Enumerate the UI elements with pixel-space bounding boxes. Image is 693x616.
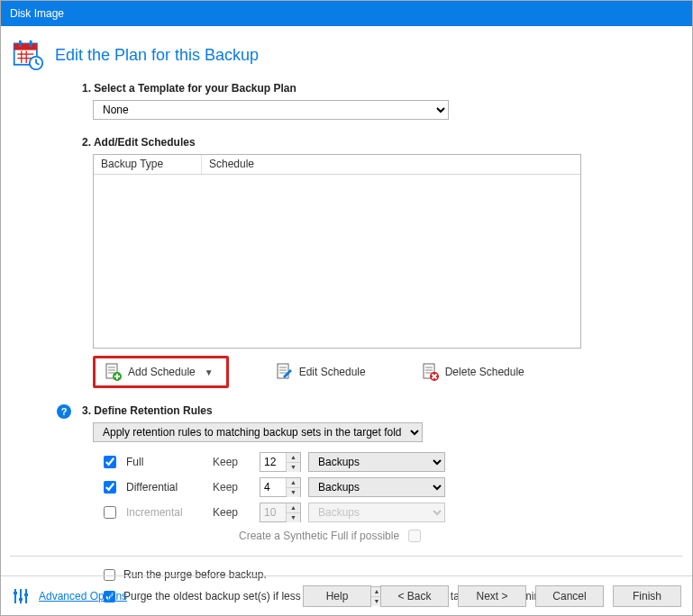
svg-rect-34 <box>24 593 28 596</box>
window-titlebar: Disk Image <box>1 1 692 26</box>
synthetic-checkbox <box>408 530 421 542</box>
incremental-unit-select: Backups <box>308 503 445 522</box>
chevron-down-icon: ▼ <box>205 367 214 377</box>
incremental-keep-label: Keep <box>213 506 252 519</box>
document-edit-icon <box>276 363 294 381</box>
divider <box>10 556 683 557</box>
full-count-spinner[interactable]: ▲▼ <box>260 452 301 472</box>
differential-checkbox[interactable] <box>104 481 116 494</box>
spin-up-icon[interactable]: ▲ <box>287 453 300 463</box>
svg-rect-3 <box>30 41 32 47</box>
differential-label: Differential <box>126 481 205 494</box>
sliders-icon <box>12 587 30 605</box>
spin-up-icon[interactable]: ▲ <box>287 478 300 488</box>
full-label: Full <box>126 456 205 468</box>
calendar-clock-icon <box>12 39 44 71</box>
cancel-button[interactable]: Cancel <box>535 585 604 607</box>
full-checkbox[interactable] <box>104 456 116 468</box>
window-title: Disk Image <box>10 7 64 20</box>
wizard-footer: Advanced Options Help < Back Next > Canc… <box>1 575 692 615</box>
svg-rect-1 <box>14 43 37 50</box>
full-count-input[interactable] <box>260 453 286 471</box>
page-title: Edit the Plan for this Backup <box>55 46 259 65</box>
add-schedule-button[interactable]: Add Schedule ▼ <box>93 356 229 388</box>
help-button[interactable]: Help <box>303 585 371 607</box>
differential-count-spinner[interactable]: ▲▼ <box>260 477 301 497</box>
full-unit-select[interactable]: Backups <box>308 452 445 472</box>
edit-schedule-button[interactable]: Edit Schedule <box>267 358 375 386</box>
column-backup-type[interactable]: Backup Type <box>94 155 202 174</box>
add-schedule-label: Add Schedule <box>128 366 196 378</box>
spin-down-icon: ▼ <box>287 513 300 522</box>
differential-unit-select[interactable]: Backups <box>308 477 445 497</box>
delete-schedule-button[interactable]: Delete Schedule <box>413 358 533 386</box>
page-header: Edit the Plan for this Backup <box>12 39 683 71</box>
differential-keep-label: Keep <box>213 481 252 494</box>
section2-label: 2. Add/Edit Schedules <box>82 136 683 149</box>
advanced-options-link[interactable]: Advanced Options <box>39 590 127 602</box>
incremental-count-input <box>260 503 286 521</box>
section1-label: 1. Select a Template for your Backup Pla… <box>82 82 683 95</box>
delete-schedule-label: Delete Schedule <box>445 366 524 378</box>
schedule-actions: Add Schedule ▼ Edit Schedule <box>93 356 683 388</box>
help-icon[interactable]: ? <box>57 404 71 419</box>
svg-rect-33 <box>19 598 23 601</box>
retention-row-differential: Differential Keep ▲▼ Backups <box>100 475 683 500</box>
incremental-checkbox[interactable] <box>104 506 116 519</box>
edit-schedule-label: Edit Schedule <box>299 366 366 378</box>
next-button[interactable]: Next > <box>458 585 526 607</box>
wizard-content: Edit the Plan for this Backup 1. Select … <box>1 26 692 607</box>
section3-label: ? 3. Define Retention Rules <box>82 404 683 417</box>
full-keep-label: Keep <box>213 456 252 468</box>
synthetic-label: Create a Synthetic Full if possible <box>239 530 399 542</box>
retention-row-incremental: Incremental Keep ▲▼ Backups <box>100 500 683 525</box>
synthetic-row: Create a Synthetic Full if possible <box>100 527 683 545</box>
column-schedule[interactable]: Schedule <box>202 155 580 174</box>
document-plus-icon <box>105 363 123 381</box>
table-header: Backup Type Schedule <box>94 155 580 175</box>
spin-down-icon[interactable]: ▼ <box>287 463 300 472</box>
svg-rect-32 <box>14 592 17 594</box>
document-delete-icon <box>422 363 440 381</box>
differential-count-input[interactable] <box>260 478 286 496</box>
schedule-table: Backup Type Schedule <box>93 154 581 349</box>
incremental-label: Incremental <box>126 506 205 519</box>
spin-down-icon[interactable]: ▼ <box>287 488 300 497</box>
retention-scope-select[interactable]: Apply retention rules to matching backup… <box>93 422 423 442</box>
svg-rect-2 <box>19 41 22 47</box>
template-select[interactable]: None <box>93 100 449 120</box>
spin-up-icon: ▲ <box>287 503 300 513</box>
finish-button[interactable]: Finish <box>613 585 681 607</box>
retention-row-full: Full Keep ▲▼ Backups <box>100 449 683 475</box>
back-button[interactable]: < Back <box>380 585 449 607</box>
incremental-count-spinner: ▲▼ <box>260 503 301 522</box>
